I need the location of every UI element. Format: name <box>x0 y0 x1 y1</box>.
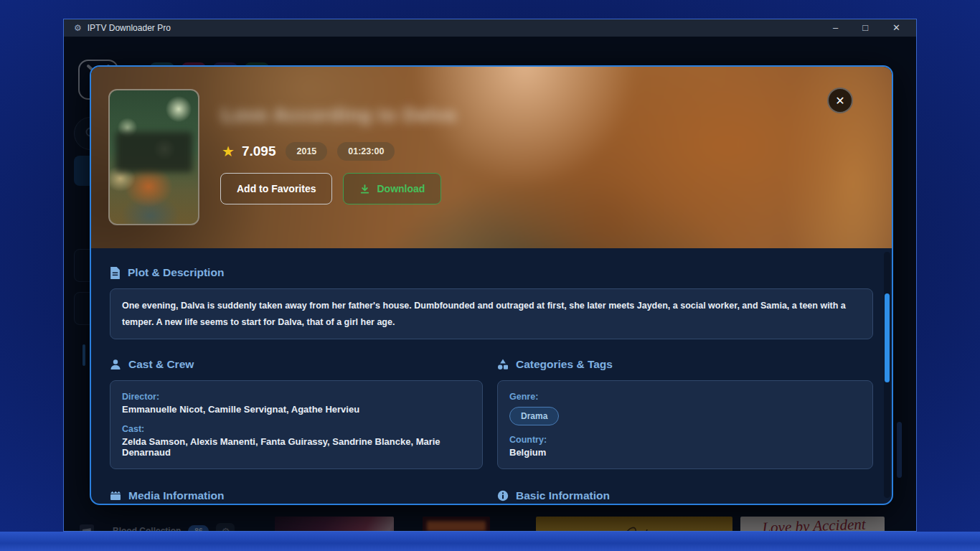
app-gear-icon: ⚙ <box>74 23 82 33</box>
minimize-button[interactable]: – <box>833 19 838 37</box>
cast-value: Zelda Samson, Alexis Manenti, Fanta Guir… <box>122 436 471 458</box>
app-window: ⚙ IPTV Downloader Pro – □ ✕ <box>63 19 917 532</box>
plot-section-heading: Plot & Description <box>110 266 873 279</box>
add-to-favorites-button[interactable]: Add to Favorites <box>220 173 332 204</box>
tags-section-heading: Categories & Tags <box>497 358 873 371</box>
download-icon <box>359 184 370 194</box>
movie-meta-row: ★ 7.095 2015 01:23:00 <box>222 142 395 161</box>
download-button-label: Download <box>377 183 425 194</box>
director-label: Director: <box>122 392 471 402</box>
document-icon <box>110 267 121 279</box>
close-window-button[interactable]: ✕ <box>892 19 900 37</box>
genre-label: Genre: <box>509 392 861 402</box>
download-button[interactable]: Download <box>343 173 441 204</box>
close-icon: ✕ <box>835 94 844 108</box>
maximize-button[interactable]: □ <box>862 19 868 37</box>
genre-tag-drama[interactable]: Drama <box>509 407 559 425</box>
close-modal-button[interactable]: ✕ <box>827 88 853 113</box>
country-value: Belgium <box>509 447 861 458</box>
person-icon <box>110 359 121 370</box>
cast-crew-card: Director: Emmanuelle Nicot, Camille Serv… <box>110 380 483 469</box>
categories-tags-card: Genre: Drama Country: Belgium <box>497 380 873 469</box>
cast-section-heading: Cast & Crew <box>110 358 483 371</box>
cast-section-title: Cast & Crew <box>128 358 194 371</box>
media-section-title: Media Information <box>128 489 224 502</box>
director-value: Emmanuelle Nicot, Camille Servignat, Aga… <box>122 404 471 415</box>
media-section-heading: Media Information <box>110 489 497 502</box>
rating-value: 7.095 <box>242 143 276 159</box>
desktop-bottom-glow <box>0 532 980 551</box>
film-icon <box>110 491 121 501</box>
poster-blurred-title-band <box>116 132 192 172</box>
plot-description-text: One evening, Dalva is suddenly taken awa… <box>122 301 846 327</box>
year-badge: 2015 <box>286 142 327 161</box>
duration-badge: 01:23:00 <box>337 142 395 161</box>
movie-hero-banner: Love According to Dalva ★ 7.095 2015 01:… <box>91 67 892 248</box>
favorites-button-label: Add to Favorites <box>237 183 316 194</box>
movie-title-blurred: Love According to Dalva <box>222 104 456 126</box>
cast-label: Cast: <box>122 424 471 434</box>
basic-section-title: Basic Information <box>516 489 610 502</box>
country-label: Country: <box>509 435 861 445</box>
window-titlebar[interactable]: ⚙ IPTV Downloader Pro – □ ✕ <box>64 19 916 37</box>
category-tags-icon <box>497 359 509 370</box>
plot-section-title: Plot & Description <box>128 266 224 279</box>
plot-description-card: One evening, Dalva is suddenly taken awa… <box>110 288 873 339</box>
window-title: IPTV Downloader Pro <box>88 23 171 33</box>
movie-details-modal: Love According to Dalva ★ 7.095 2015 01:… <box>90 65 893 505</box>
basic-section-heading: Basic Information <box>497 489 610 502</box>
info-icon <box>497 490 509 501</box>
tags-section-title: Categories & Tags <box>516 358 613 371</box>
modal-scrollbar-thumb[interactable] <box>885 293 890 382</box>
star-icon: ★ <box>222 143 235 160</box>
movie-poster-thumbnail <box>108 89 199 225</box>
